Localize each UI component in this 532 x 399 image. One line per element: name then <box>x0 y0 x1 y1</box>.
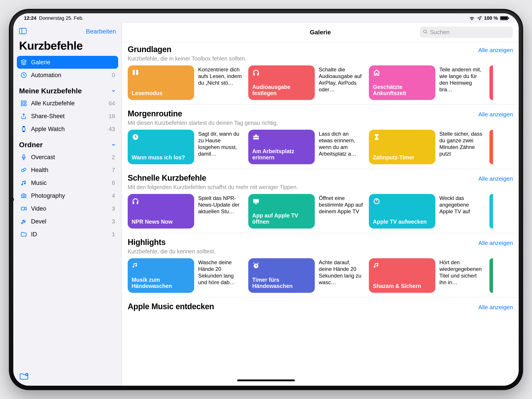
gallery-section: MorgenroutineAlle anzeigenMit diesen Kur… <box>128 104 519 164</box>
svg-rect-22 <box>137 202 138 204</box>
peek-card[interactable] <box>489 258 493 293</box>
status-time: 12:24 <box>24 15 36 21</box>
briefcase-icon <box>252 133 260 141</box>
sidebar-section-header[interactable]: Ordner <box>13 135 122 151</box>
sidebar-item-count: 1 <box>112 231 115 238</box>
shortcut-title: NPR News Now <box>132 219 190 225</box>
gallery-section: GrundlagenAlle anzeigenKurzbefehle, die … <box>128 44 519 100</box>
video-icon <box>20 205 27 212</box>
sidebar-item-id[interactable]: ID1 <box>17 228 118 241</box>
cards-row[interactable]: Lesemodus Konzentriere dich aufs Lesen, … <box>128 65 513 100</box>
shortcut-description: Konzentriere dich aufs Lesen, indem du „… <box>198 65 242 86</box>
home-indicator[interactable] <box>237 380 295 381</box>
gallery-section: Apple Music entdeckenAlle anzeigen <box>128 297 519 311</box>
status-date: Donnerstag 25. Feb. <box>39 15 83 21</box>
show-all-button[interactable]: Alle anzeigen <box>478 240 513 247</box>
shortcut-title: Apple TV aufwecken <box>373 219 431 225</box>
shortcut-description: Weckt das angegebene Apple TV auf <box>439 194 484 215</box>
shortcut-card[interactable]: Lesemodus Konzentriere dich aufs Lesen, … <box>128 65 243 100</box>
sidebar-item-music[interactable]: Music6 <box>17 177 118 189</box>
shortcut-description: Wasche deine Hände 20 Sekunden lang und … <box>198 258 242 286</box>
peek-card[interactable] <box>489 194 493 228</box>
svg-rect-12 <box>21 207 25 210</box>
sidebar-item-automation[interactable]: Automation0 <box>17 69 118 82</box>
shortcut-title: Musik zum Händewaschen <box>132 277 190 290</box>
shortcut-tile: Musik zum Händewaschen <box>128 258 194 293</box>
shortcut-tile: App auf Apple TV öffnen <box>248 194 315 228</box>
sidebar-item-count: 43 <box>109 126 115 133</box>
sidebar-item-overcast[interactable]: Overcast2 <box>17 151 118 164</box>
cards-row[interactable]: NPR News Now Spielt das NPR-News-Update … <box>128 194 513 228</box>
shortcut-card[interactable]: App auf Apple TV öffnen Öffnet eine best… <box>248 194 364 228</box>
shortcut-description: Teile anderen mit, wie lange du für den … <box>439 65 484 93</box>
shortcut-card[interactable]: Shazam & Sichern Hört den wiedergegebene… <box>369 258 484 293</box>
shortcut-title: Timer fürs Händewaschen <box>252 277 311 290</box>
shortcut-card[interactable]: Wann muss ich los? Sagt dir, wann du zu … <box>128 130 243 164</box>
svg-rect-5 <box>21 104 23 106</box>
sidebar-item-video[interactable]: Video3 <box>17 202 118 215</box>
svg-rect-16 <box>253 73 255 75</box>
shortcut-card[interactable]: Am Arbeitsplatz erinnern Lass dich an et… <box>248 130 364 164</box>
svg-rect-3 <box>21 101 23 103</box>
shortcut-title: Wann muss ich los? <box>132 154 190 161</box>
home-icon <box>373 69 381 77</box>
shortcut-title: Geschätzte Ankunftszeit <box>373 84 431 97</box>
search-input[interactable]: Suchen <box>420 27 513 38</box>
new-folder-icon[interactable] <box>19 377 28 381</box>
cards-row[interactable]: Musik zum Händewaschen Wasche deine Händ… <box>128 258 513 293</box>
power-icon <box>373 197 381 205</box>
sidebar-item-photography[interactable]: Photography4 <box>17 189 118 202</box>
cards-row[interactable]: Wann muss ich los? Sagt dir, wann du zu … <box>128 130 513 164</box>
wrench-icon <box>20 218 27 225</box>
shortcut-title: Audioausgabe festlegen <box>252 84 311 97</box>
svg-point-11 <box>23 195 25 197</box>
sidebar-item-count: 6 <box>112 180 115 186</box>
shortcut-card[interactable]: Musik zum Händewaschen Wasche deine Händ… <box>128 258 243 293</box>
sidebar-item-health[interactable]: Health7 <box>17 164 118 177</box>
sidebar-item-count: 7 <box>112 167 115 174</box>
shortcut-card[interactable]: Apple TV aufwecken Weckt das angegebene … <box>369 194 484 228</box>
show-all-button[interactable]: Alle anzeigen <box>478 47 513 54</box>
show-all-button[interactable]: Alle anzeigen <box>478 175 513 182</box>
sidebar-item-count: 3 <box>112 205 115 212</box>
shortcut-title: App auf Apple TV öffnen <box>252 212 311 225</box>
section-title: Grundlagen <box>128 45 171 54</box>
ipad-frame: 12:24 Donnerstag 25. Feb. 100 % <box>9 9 523 390</box>
shortcut-card[interactable]: Audioausgabe festlegen Schalte die Audio… <box>248 65 364 100</box>
shortcut-description: Spielt das NPR-News-Update der aktuellen… <box>198 194 242 215</box>
main-toolbar: Galerie Suchen <box>122 23 519 42</box>
shortcut-card[interactable]: Timer fürs Händewaschen Achte darauf, de… <box>248 258 364 293</box>
status-bar: 12:24 Donnerstag 25. Feb. 100 % <box>13 13 519 23</box>
sidebar-item-label: Video <box>31 205 46 212</box>
watch-icon <box>20 125 27 133</box>
shortcut-tile: Timer fürs Händewaschen <box>248 258 315 293</box>
music-icon <box>20 179 27 187</box>
shortcut-card[interactable]: Geschätzte Ankunftszeit Teile anderen mi… <box>369 65 484 100</box>
battery-icon <box>500 16 508 20</box>
sidebar-item-galerie[interactable]: Galerie <box>17 56 118 69</box>
sidebar-item-label: Share-Sheet <box>31 113 65 120</box>
sidebar-item-count: 0 <box>112 72 115 79</box>
shortcut-card[interactable]: NPR News Now Spielt das NPR-News-Update … <box>128 194 243 228</box>
shortcut-tile: Shazam & Sichern <box>369 258 435 293</box>
shortcut-tile: Lesemodus <box>128 65 194 100</box>
section-subtitle: Kurzbefehle, die in keiner Toolbox fehle… <box>128 55 513 62</box>
sidebar-item-label: ID <box>31 231 37 238</box>
shortcut-card[interactable]: Zahnputz-Timer Stelle sicher, dass du ga… <box>369 130 484 164</box>
sidebar-item-share-sheet[interactable]: Share-Sheet19 <box>17 110 118 123</box>
share-icon <box>20 112 27 120</box>
edit-button[interactable]: Bearbeiten <box>86 28 116 35</box>
sidebar-item-apple-watch[interactable]: Apple Watch43 <box>17 123 118 135</box>
app-title: Kurzbefehle <box>13 38 122 56</box>
peek-card[interactable] <box>489 130 493 164</box>
gallery-icon <box>20 58 27 66</box>
show-all-button[interactable]: Alle anzeigen <box>478 111 513 118</box>
sidebar-item-alle-kurzbefehle[interactable]: Alle Kurzbefehle64 <box>17 97 118 110</box>
sidebar-section-header[interactable]: Meine Kurzbefehle <box>13 82 122 97</box>
peek-card[interactable] <box>489 65 493 100</box>
toggle-sidebar-icon[interactable] <box>18 27 27 36</box>
svg-rect-8 <box>23 155 25 158</box>
show-all-button[interactable]: Alle anzeigen <box>478 304 513 311</box>
sidebar-item-devel[interactable]: Devel3 <box>17 215 118 228</box>
gallery-section: Schnelle KurzbefehleAlle anzeigenMit den… <box>128 169 519 228</box>
